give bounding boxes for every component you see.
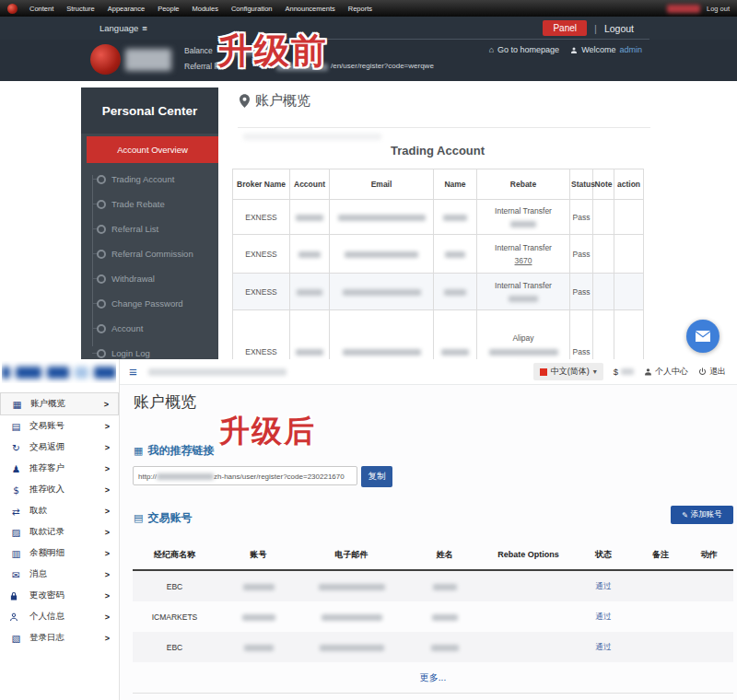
sidebar-item-account-overview[interactable]: Account Overview [87, 136, 218, 163]
redacted-name [433, 584, 457, 590]
balance-label: Balance [184, 46, 213, 55]
divider-line [238, 127, 650, 128]
action-cell [684, 632, 733, 662]
rebate-account-link[interactable]: 3670 [515, 256, 532, 265]
sidebar-item-label: Withdrawal [111, 274, 155, 284]
admin-menu-content[interactable]: Content [23, 0, 60, 17]
redacted-balance [621, 368, 634, 375]
col-broker-name: Broker Name [233, 169, 290, 200]
nav-label: 个人信息 [29, 611, 105, 623]
grid-icon: ▦ [10, 399, 24, 410]
nav-item-messages[interactable]: ✉ 消息 > [0, 564, 119, 585]
chevron-right-icon: > [105, 570, 110, 579]
copy-button[interactable]: 复制 [361, 466, 392, 487]
nav-item-referral-income[interactable]: $ 推荐收入 > [0, 479, 119, 500]
panel-button[interactable]: Panel [543, 20, 587, 36]
admin-menu-structure[interactable]: Structure [60, 0, 100, 17]
log-document-icon: ▧ [9, 633, 23, 644]
admin-menu-reports[interactable]: Reports [342, 0, 379, 17]
redacted-email [338, 215, 426, 221]
more-link[interactable]: 更多... [420, 672, 446, 682]
sidebar-title: Personal Center [81, 88, 218, 134]
action-cell [614, 274, 644, 310]
table-row: ICMARKETS 通过 [133, 601, 733, 632]
chevron-right-icon: > [104, 400, 109, 409]
repeat-icon: ↻ [9, 442, 23, 453]
nav-item-balance-details[interactable]: ▥ 余额明细 > [0, 542, 119, 564]
admin-menu-modules[interactable]: Modules [186, 0, 225, 17]
nav-item-withdrawal[interactable]: ⇄ 取款 > [0, 500, 119, 521]
redacted-email [345, 251, 418, 258]
accounts-table: 经纪商名称 账号 电子邮件 姓名 Rebate Options 状态 备注 动作… [133, 540, 733, 694]
redacted-rebate-email [489, 349, 558, 356]
sidebar-item-referral-commission[interactable]: Referral Commission [81, 241, 218, 266]
legacy-sidebar: Personal Center Account Overview Trading… [81, 88, 218, 359]
bullet-icon [97, 349, 106, 358]
admin-menu-people[interactable]: People [151, 0, 185, 17]
sidebar-item-login-log[interactable]: Login Log [81, 341, 218, 359]
referral-section-title: ▦ 我的推荐链接 [134, 443, 214, 459]
profile-link[interactable]: 个人中心 [644, 366, 688, 378]
sidebar-item-label: Account [111, 323, 143, 333]
overlay-before-upgrade: 升级前 [217, 28, 328, 75]
col-rebate-options: Rebate Options [486, 540, 570, 570]
sidebar-item-withdrawal[interactable]: Withdrawal [81, 266, 218, 291]
admin-menu-configuration[interactable]: Configuration [225, 0, 279, 17]
site-logo[interactable] [2, 361, 116, 383]
username-link[interactable]: admin [619, 45, 642, 54]
site-logo-icon[interactable] [90, 44, 121, 75]
nav-item-trade-rebate[interactable]: ↻ 交易返佣 > [0, 437, 119, 458]
col-note: 备注 [637, 540, 684, 570]
go-homepage-link[interactable]: ⌂ Go to homepage [489, 45, 560, 54]
language-selector[interactable]: 中文(简体) ▾ [533, 363, 603, 380]
modern-topbar: ≡ 中文(简体) ▾ $ 个人中心 退出 [120, 359, 737, 385]
nav-item-trading-accounts[interactable]: ▤ 交易账号 > [0, 415, 119, 437]
logout-link[interactable]: 退出 [698, 366, 726, 378]
status-cell: Pass [570, 235, 593, 274]
broker-cell: EXNESS [233, 274, 290, 310]
redacted-email [319, 584, 385, 590]
power-icon [698, 368, 707, 376]
go-homepage-label: Go to homepage [497, 45, 559, 54]
id-card-icon: ▤ [134, 512, 143, 524]
status-link[interactable]: 通过 [596, 581, 612, 590]
redacted-email [343, 349, 421, 356]
modern-main: 账户概览 ▦ 我的推荐链接 http://zh-hans/user/regist… [120, 385, 737, 700]
status-link[interactable]: 通过 [596, 612, 612, 621]
language-menu[interactable]: Language ≡ [99, 23, 147, 33]
referral-url-input[interactable]: http://zh-hans/user/register?code=230221… [133, 466, 357, 485]
admin-menu-announcements[interactable]: Announcements [279, 0, 342, 17]
col-name: Name [434, 169, 477, 200]
admin-logout-link[interactable]: Log out [707, 5, 730, 13]
add-account-button[interactable]: ✎ 添加账号 [671, 506, 733, 524]
nav-item-referred-clients[interactable]: ♟ 推荐客户 > [0, 458, 119, 479]
col-status: Status [570, 169, 593, 200]
nav-item-login-log[interactable]: ▧ 登录日志 > [0, 627, 119, 648]
logout-link[interactable]: Logout [604, 23, 634, 34]
nav-item-withdrawal-records[interactable]: ▨ 取款记录 > [0, 521, 119, 542]
note-cell [637, 601, 684, 632]
status-link[interactable]: 通过 [596, 642, 612, 651]
cms-logo-icon[interactable] [7, 4, 18, 14]
sidebar-item-label: Referral List [111, 224, 158, 234]
nav-label: 取款记录 [29, 526, 105, 538]
sidebar-item-referral-list[interactable]: Referral List [81, 216, 218, 241]
nav-item-change-password[interactable]: 更改密码 > [0, 585, 119, 606]
nav-item-personal-info[interactable]: 个人信息 > [0, 606, 119, 627]
sidebar-item-trade-rebate[interactable]: Trade Rebate [81, 192, 218, 216]
note-cell [593, 200, 614, 235]
admin-menu-appearance[interactable]: Appearance [101, 0, 151, 17]
sidebar-item-trading-account[interactable]: Trading Account [81, 167, 218, 192]
sidebar-item-change-password[interactable]: Change Password [81, 291, 218, 316]
nav-item-account-overview[interactable]: ▦ 账户概览 > [0, 392, 119, 415]
nav-label: 推荐客户 [29, 462, 105, 474]
contact-float-button[interactable] [686, 320, 719, 353]
nav-label: 账户概览 [30, 398, 104, 410]
rebate-type: Internal Transfer [478, 206, 568, 216]
hamburger-menu-icon[interactable]: ≡ [129, 365, 137, 379]
bullet-icon [97, 299, 106, 309]
sidebar-item-account[interactable]: Account [81, 316, 218, 341]
col-rebate: Rebate [477, 169, 570, 200]
add-account-label: 添加账号 [691, 509, 722, 520]
chevron-right-icon: > [105, 464, 110, 473]
